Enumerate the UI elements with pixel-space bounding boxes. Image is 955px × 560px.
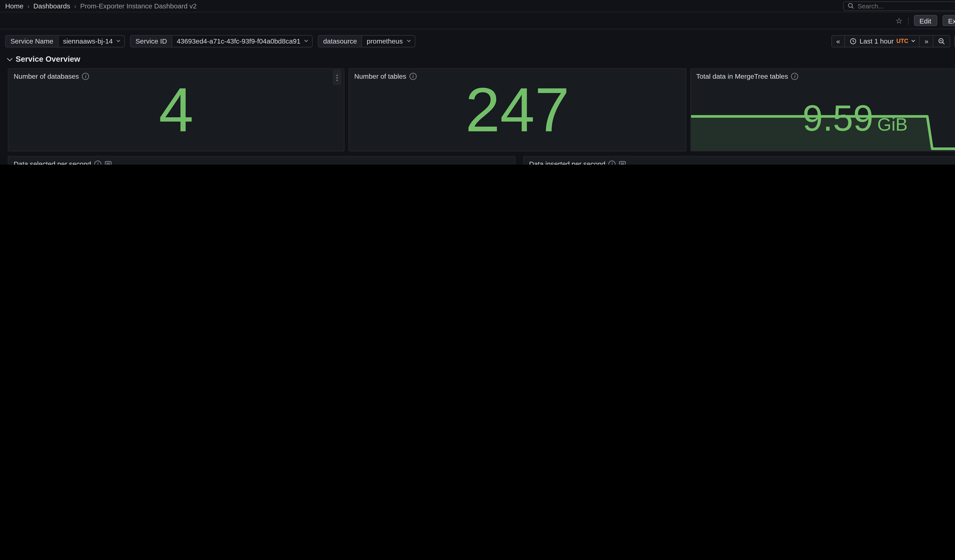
divider xyxy=(908,17,908,25)
breadcrumb-dashboard-title: Prom-Exporter Instance Dashboard v2 xyxy=(80,2,197,10)
panel-title[interactable]: Total data in MergeTree tables xyxy=(696,72,788,80)
controls-row: Service Name siennaaws-bj-14 Service ID … xyxy=(5,34,955,47)
panel-title[interactable]: Number of tables xyxy=(354,72,406,80)
nav-actions: ⌘+k + ? xyxy=(843,1,955,11)
breadcrumb-home[interactable]: Home xyxy=(5,2,23,10)
variable-value: prometheus xyxy=(367,37,403,45)
info-icon[interactable]: i xyxy=(94,160,102,165)
info-icon[interactable]: i xyxy=(82,72,89,80)
search-input[interactable] xyxy=(858,2,955,9)
chevron-down-icon xyxy=(304,38,308,42)
breadcrumb-separator-icon: › xyxy=(74,2,76,9)
variable-value: 43693ed4-a71c-43fc-93f9-f04a0bd8ca91 xyxy=(177,37,301,45)
export-button[interactable]: Export xyxy=(942,15,955,26)
chevron-down-icon xyxy=(117,38,121,42)
info-icon[interactable]: i xyxy=(609,160,615,165)
panel-links-icon[interactable] xyxy=(619,160,626,165)
chevron-down-icon xyxy=(407,38,410,42)
stat-value: 4 xyxy=(159,79,194,141)
panel-title[interactable]: Number of databases xyxy=(14,72,79,80)
search-icon xyxy=(848,3,854,9)
panel-title[interactable]: Data inserted per second xyxy=(529,160,605,165)
zoom-out-icon xyxy=(938,38,945,44)
star-icon[interactable]: ☆ xyxy=(896,16,903,25)
variable-label: datasource xyxy=(319,35,362,46)
breadcrumb-dashboards[interactable]: Dashboards xyxy=(33,2,70,10)
variable-datasource[interactable]: datasource prometheus xyxy=(318,35,415,47)
search-box[interactable]: ⌘+k xyxy=(843,1,955,11)
variable-label: Service ID xyxy=(131,35,172,46)
grafana-dashboard: Home › Dashboards › Prom-Exporter Instan… xyxy=(0,0,955,165)
section-service-overview[interactable]: Service Overview xyxy=(8,55,80,64)
edit-button[interactable]: Edit xyxy=(914,15,937,26)
template-variables: Service Name siennaaws-bj-14 Service ID … xyxy=(5,35,415,47)
stat-value: 9.59 xyxy=(803,100,874,136)
panel-links-icon[interactable] xyxy=(105,160,112,165)
timezone-label: UTC xyxy=(896,38,908,44)
time-controls: « Last 1 hour UTC » Refresh 30s xyxy=(831,35,955,47)
stat-value: 247 xyxy=(465,79,569,141)
stat-unit: GiB xyxy=(877,114,908,135)
time-range-label: Last 1 hour xyxy=(860,37,894,45)
panel-menu-button[interactable]: ⋮ xyxy=(333,69,341,85)
breadcrumb: Home › Dashboards › Prom-Exporter Instan… xyxy=(5,2,197,10)
variable-service-id[interactable]: Service ID 43693ed4-a71c-43fc-93f9-f04a0… xyxy=(130,35,313,47)
panel-number-of-databases: Number of databasesi 4 xyxy=(8,68,344,152)
zoom-out-button[interactable] xyxy=(934,35,950,46)
variable-label: Service Name xyxy=(6,35,58,46)
breadcrumb-separator-icon: › xyxy=(27,2,30,9)
time-shift-forward-button[interactable]: » xyxy=(920,35,934,46)
variable-value: siennaaws-bj-14 xyxy=(63,37,113,45)
panel-mergetree-total: Total data in MergeTree tablesi 9.59GiB xyxy=(690,68,955,152)
variable-service-name[interactable]: Service Name siennaaws-bj-14 xyxy=(5,35,125,47)
time-shift-back-button[interactable]: « xyxy=(831,35,845,46)
panel-title[interactable]: Data selected per second xyxy=(14,160,91,165)
chevron-down-icon xyxy=(912,38,915,42)
panel-number-of-tables: Number of tablesi 247 xyxy=(348,68,686,152)
time-range-picker[interactable]: Last 1 hour UTC xyxy=(845,35,920,46)
clock-icon xyxy=(850,38,857,44)
panel-data-inserted: Data inserted per second i 607KiB/s xyxy=(523,156,955,165)
info-icon[interactable]: i xyxy=(791,72,798,80)
dashboard-toolbar: ☆ Edit Export Share xyxy=(0,13,955,29)
top-nav: Home › Dashboards › Prom-Exporter Instan… xyxy=(0,0,955,13)
info-icon[interactable]: i xyxy=(410,72,416,80)
collapse-chevron-icon xyxy=(7,55,13,61)
panel-data-selected: Data selected per second i 1.19MiB/s xyxy=(8,156,515,165)
